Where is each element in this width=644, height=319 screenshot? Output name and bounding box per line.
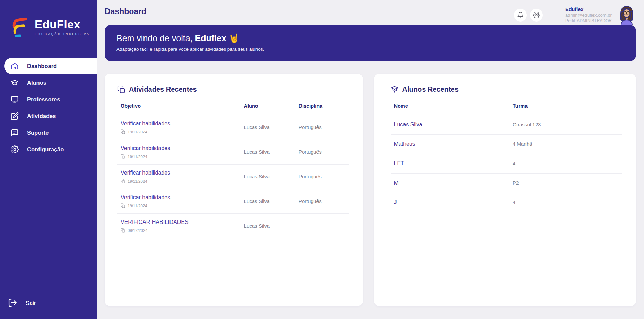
eduflex-logo-icon bbox=[10, 16, 30, 37]
brand-logo: EduFlex EDUCAÇÃO INCLUSIVA bbox=[0, 0, 97, 37]
activity-subject: Português bbox=[299, 174, 349, 179]
welcome-name: Eduflex bbox=[195, 33, 226, 43]
activity-date: 19/11/2024 bbox=[121, 129, 244, 134]
settings-button[interactable] bbox=[530, 9, 543, 22]
card-title: Atividades Recentes bbox=[129, 85, 197, 93]
student-name-link[interactable]: J bbox=[394, 199, 513, 205]
welcome-title: Bem vindo de volta, Eduflex 🤘 bbox=[116, 33, 624, 43]
activity-student: Lucas Silva bbox=[244, 125, 299, 130]
activity-date: 19/11/2024 bbox=[121, 154, 244, 159]
activity-link[interactable]: Verificar habilidades bbox=[121, 170, 244, 176]
page-icon bbox=[121, 129, 125, 134]
table-row[interactable]: Verificar habilidades 19/11/2024 Lucas S… bbox=[117, 115, 349, 140]
sidebar-item-atividades[interactable]: Atividades bbox=[0, 108, 97, 124]
student-name-link[interactable]: Matheus bbox=[394, 141, 513, 147]
logout-label: Sair bbox=[26, 300, 36, 307]
table-row[interactable]: Verificar habilidades 19/11/2024 Lucas S… bbox=[117, 165, 349, 189]
sidebar-nav: Dashboard Alunos Professores Atividades … bbox=[0, 58, 97, 158]
table-row[interactable]: LET 4 bbox=[391, 154, 623, 174]
page-icon bbox=[121, 154, 125, 159]
avatar[interactable] bbox=[618, 5, 636, 25]
monitor-icon bbox=[10, 95, 19, 103]
col-turma: Turma bbox=[513, 103, 622, 109]
sidebar-item-professores[interactable]: Professores bbox=[0, 91, 97, 108]
sidebar-item-alunos[interactable]: Alunos bbox=[0, 74, 97, 91]
card-title: Alunos Recentes bbox=[402, 85, 459, 93]
edit-icon bbox=[10, 112, 19, 120]
sidebar-item-label: Suporte bbox=[27, 129, 49, 136]
activity-subject: Português bbox=[299, 149, 349, 155]
recent-activities-card: Atividades Recentes Objetivo Aluno Disci… bbox=[105, 74, 363, 306]
user-info[interactable]: Eduflex admin@eduflex.com.br Perfil: ADM… bbox=[565, 6, 612, 23]
col-disciplina: Disciplina bbox=[299, 103, 349, 109]
activity-subject: Português bbox=[299, 199, 349, 204]
home-icon bbox=[10, 62, 19, 70]
student-name-link[interactable]: LET bbox=[394, 160, 513, 167]
gear-icon bbox=[533, 12, 540, 18]
student-class: P2 bbox=[513, 180, 622, 186]
activity-student: Lucas Silva bbox=[244, 174, 299, 179]
logout-icon bbox=[8, 298, 18, 308]
user-profile: Perfil: ADMINISTRADOR bbox=[565, 18, 612, 24]
col-nome: Nome bbox=[394, 103, 513, 109]
table-row[interactable]: Verificar habilidades 19/11/2024 Lucas S… bbox=[117, 140, 349, 165]
table-row[interactable]: M P2 bbox=[391, 174, 623, 193]
sidebar-item-label: Professores bbox=[27, 96, 60, 103]
activity-date: 19/11/2024 bbox=[121, 203, 244, 208]
horns-emoji: 🤘 bbox=[229, 33, 240, 43]
activity-date: 19/11/2024 bbox=[121, 179, 244, 183]
activity-student: Lucas Silva bbox=[244, 199, 299, 204]
student-name-link[interactable]: Lucas Silva bbox=[394, 121, 513, 128]
table-row[interactable]: VERIFICAR HABILIDADES 09/12/2024 Lucas S… bbox=[117, 214, 349, 238]
sidebar: EduFlex EDUCAÇÃO INCLUSIVA Dashboard Alu… bbox=[0, 0, 97, 319]
sidebar-item-suporte[interactable]: Suporte bbox=[0, 124, 97, 141]
user-email: admin@eduflex.com.br bbox=[565, 12, 612, 18]
main-content: Dashboard Eduflex admin@eduflex.com.br P… bbox=[97, 0, 644, 319]
table-row[interactable]: J 4 bbox=[391, 193, 623, 212]
page-icon bbox=[121, 179, 125, 183]
table-row[interactable]: Matheus 4 Manhã bbox=[391, 135, 623, 154]
student-class: 4 bbox=[513, 161, 622, 166]
activity-link[interactable]: VERIFICAR HABILIDADES bbox=[121, 219, 244, 225]
activities-table-header: Objetivo Aluno Disciplina bbox=[117, 103, 349, 115]
sidebar-item-label: Dashboard bbox=[27, 63, 57, 69]
sidebar-item-configuracao[interactable]: Configuração bbox=[0, 141, 97, 158]
gear-icon bbox=[10, 145, 19, 153]
sidebar-item-label: Alunos bbox=[27, 79, 46, 86]
activities-rows: Verificar habilidades 19/11/2024 Lucas S… bbox=[117, 115, 349, 238]
student-class: Girassol 123 bbox=[513, 122, 622, 127]
student-class: 4 bbox=[513, 200, 622, 205]
activity-subject: Português bbox=[299, 125, 349, 130]
user-name: Eduflex bbox=[565, 6, 612, 12]
sidebar-item-label: Configuração bbox=[27, 146, 64, 153]
activity-link[interactable]: Verificar habilidades bbox=[121, 145, 244, 151]
page-title: Dashboard bbox=[105, 7, 146, 16]
student-class: 4 Manhã bbox=[513, 141, 622, 147]
sidebar-item-dashboard[interactable]: Dashboard bbox=[4, 58, 97, 74]
graduation-icon bbox=[10, 78, 19, 87]
col-aluno: Aluno bbox=[244, 103, 299, 109]
student-name-link[interactable]: M bbox=[394, 180, 513, 186]
activities-table: Objetivo Aluno Disciplina Verificar habi… bbox=[117, 103, 349, 238]
copy-pages-icon bbox=[117, 85, 125, 93]
page-icon bbox=[121, 228, 125, 233]
students-table-header: Nome Turma bbox=[391, 103, 623, 115]
notifications-button[interactable] bbox=[514, 9, 527, 22]
recent-students-card: Alunos Recentes Nome Turma Lucas Silva G… bbox=[374, 74, 636, 306]
activity-student: Lucas Silva bbox=[244, 223, 299, 229]
table-row[interactable]: Verificar habilidades 19/11/2024 Lucas S… bbox=[117, 189, 349, 214]
brand-tagline: EDUCAÇÃO INCLUSIVA bbox=[35, 32, 90, 36]
table-row[interactable]: Lucas Silva Girassol 123 bbox=[391, 115, 623, 135]
welcome-subtitle: Adaptação fácil e rápida para você aplic… bbox=[116, 47, 624, 52]
activity-link[interactable]: Verificar habilidades bbox=[121, 194, 244, 201]
welcome-banner: Bem vindo de volta, Eduflex 🤘 Adaptação … bbox=[105, 25, 636, 61]
col-objetivo: Objetivo bbox=[121, 103, 244, 109]
students-rows: Lucas Silva Girassol 123 Matheus 4 Manhã… bbox=[391, 115, 623, 212]
activity-link[interactable]: Verificar habilidades bbox=[121, 120, 244, 127]
chat-icon bbox=[10, 128, 19, 137]
activity-date: 09/12/2024 bbox=[121, 228, 244, 233]
topbar: Dashboard Eduflex admin@eduflex.com.br P… bbox=[97, 0, 644, 22]
bell-icon bbox=[517, 12, 524, 18]
logout-button[interactable]: Sair bbox=[0, 295, 97, 311]
activity-student: Lucas Silva bbox=[244, 149, 299, 155]
